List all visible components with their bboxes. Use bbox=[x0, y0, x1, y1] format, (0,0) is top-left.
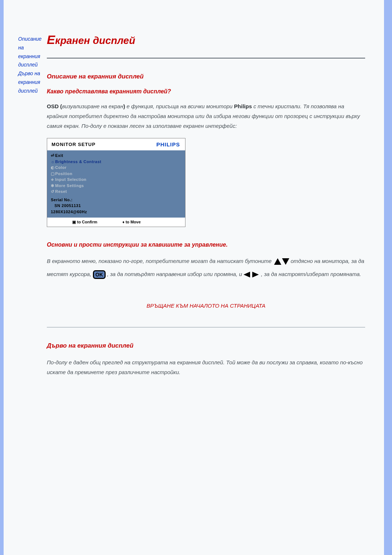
osd-item-more: More Settings bbox=[55, 183, 84, 188]
page-title-rest: кранен дисплей bbox=[55, 35, 135, 46]
main-content: Екранен дисплей Описание на екранния дис… bbox=[45, 33, 365, 384]
osd-menu: ⏎Exit ☼Brightness & Contrast ◐Color ▢Pos… bbox=[47, 150, 185, 218]
osd-brand-logo: PHILIPS bbox=[156, 141, 180, 147]
tree-intro-paragraph: По-долу е даден общ преглед на структура… bbox=[47, 357, 365, 377]
page-title: Екранен дисплей bbox=[47, 33, 365, 47]
osd-footer-confirm: to Confirm bbox=[77, 220, 97, 224]
osd-serial-label: Serial No.: bbox=[51, 197, 181, 203]
divider bbox=[47, 58, 365, 58]
back-to-top-link[interactable]: ВРЪЩАНЕ КЪМ НАЧАЛОТО НА СТРАНИЦАТА bbox=[147, 303, 266, 309]
osd-resolution: 1280X1024@60Hz bbox=[51, 209, 181, 215]
section-subheading-instructions: Основни и прости инструкции за клавишите… bbox=[47, 242, 365, 248]
osd-title: MONITOR SETUP bbox=[52, 142, 95, 147]
position-icon: ▢ bbox=[51, 171, 54, 177]
osd-intro-paragraph: OSD (визуализиране на екран) е функция, … bbox=[47, 101, 365, 131]
svg-marker-0 bbox=[274, 258, 281, 265]
sidebar-link-description[interactable]: Описание на екранния дисплей bbox=[18, 36, 42, 68]
reset-icon: ↺ bbox=[51, 189, 54, 195]
sidebar-nav: Описание на екранния дисплей Дърво на ек… bbox=[18, 33, 45, 96]
osd-serial-number: SN 20051131 bbox=[51, 203, 181, 209]
svg-marker-3 bbox=[252, 272, 259, 278]
section-subheading-what-is: Какво представлява екранният дисплей? bbox=[47, 88, 365, 95]
ok-button-icon: OK bbox=[93, 270, 106, 279]
back-to-top: ВРЪЩАНЕ КЪМ НАЧАЛОТО НА СТРАНИЦАТА bbox=[47, 303, 365, 309]
page-title-initial: Е bbox=[47, 33, 55, 46]
move-icon: ♦ bbox=[122, 220, 124, 224]
osd-item-brightness: Brightness & Contrast bbox=[55, 159, 101, 164]
osd-header: MONITOR SETUP PHILIPS bbox=[47, 138, 185, 150]
confirm-icon: ▣ bbox=[72, 220, 76, 224]
osd-abbrev: OSD ( bbox=[47, 103, 62, 109]
sidebar-link-tree[interactable]: Дърво на екранния дисплей bbox=[18, 70, 40, 94]
color-icon: ◐ bbox=[51, 165, 54, 171]
section-heading-tree: Дърво на екранния дисплей bbox=[47, 342, 365, 349]
brand-name: Philips bbox=[234, 103, 252, 109]
osd-item-input: Input Selection bbox=[55, 177, 86, 182]
divider bbox=[47, 327, 365, 328]
osd-item-color: Color bbox=[55, 165, 66, 170]
svg-marker-2 bbox=[244, 272, 250, 278]
left-right-arrows-icon bbox=[244, 271, 261, 277]
osd-item-exit: Exit bbox=[55, 153, 63, 158]
svg-marker-1 bbox=[282, 258, 289, 265]
osd-footer-move: to Move bbox=[126, 220, 141, 224]
osd-screenshot: MONITOR SETUP PHILIPS ⏎Exit ☼Brightness … bbox=[47, 138, 185, 227]
osd-item-reset: Reset bbox=[55, 189, 67, 194]
exit-icon: ⏎ bbox=[51, 153, 54, 159]
section-heading-description: Описание на екранния дисплей bbox=[47, 73, 365, 80]
settings-icon: ✱ bbox=[51, 183, 54, 189]
sun-icon: ☼ bbox=[51, 159, 54, 165]
up-down-arrows-icon bbox=[273, 258, 291, 264]
osd-footer: ▣ to Confirm ♦ to Move bbox=[47, 218, 185, 227]
input-icon: ⎆ bbox=[51, 177, 54, 183]
instructions-paragraph: В екранното меню, показано по-горе, потр… bbox=[47, 255, 365, 281]
osd-item-position: Position bbox=[55, 171, 72, 176]
